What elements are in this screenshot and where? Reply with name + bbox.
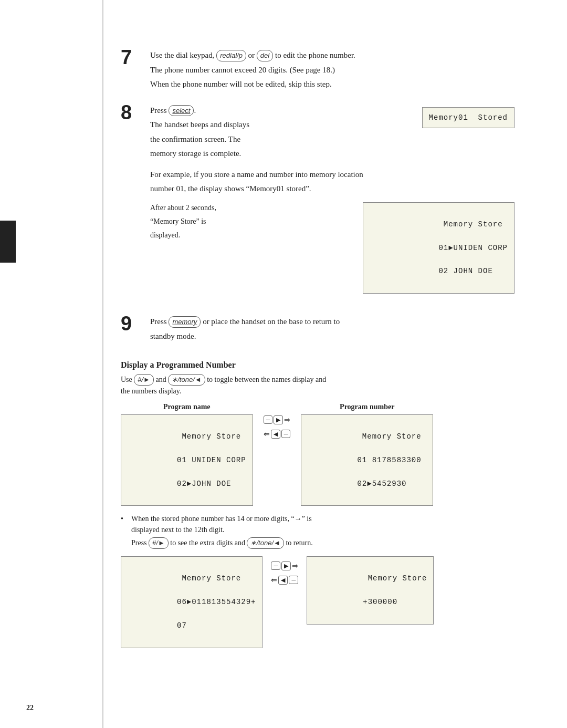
step-9: 9 Press memory or place the handset on t… — [121, 314, 514, 345]
step-7-text3: to edit the phone number. — [275, 51, 355, 59]
program-name-label: Program name — [163, 403, 211, 411]
step-7-line2: The phone number cannot exceed 20 digits… — [150, 64, 514, 76]
extra-number-display: Memory Store +300000 — [307, 556, 434, 625]
hash-forward-key: #/► — [134, 374, 154, 386]
bullet-item-1: When the stored phone number has 14 or m… — [121, 513, 514, 535]
program-number-label: Program number — [340, 403, 394, 411]
page-number: 22 — [26, 704, 34, 712]
intro3: to toggle between the names display and — [207, 376, 326, 383]
tone-key: ∗/tone/◄ — [168, 374, 205, 386]
main-content: 7 Use the dial keypad, redial/p or del t… — [121, 47, 514, 648]
step-8-number: 8 — [121, 102, 141, 122]
b-left-arrow: ⇐ — [271, 576, 277, 585]
num-line1: Memory Store — [357, 432, 421, 441]
after2-text: “Memory Store” is — [150, 216, 352, 227]
page: 7 Use the dial keypad, redial/p or del t… — [0, 0, 567, 728]
section-title: Display a Programmed Number — [121, 360, 514, 370]
bottom-forward-row: ─ ▶ ⇒ — [271, 561, 298, 570]
memory01-stored-display: Memory01 Stored — [422, 107, 514, 128]
back-box: ◀ — [271, 430, 280, 439]
enum-line2: +300000 — [363, 598, 427, 606]
b-back-box: ◀ — [278, 576, 288, 585]
two-seconds-text: After about 2 seconds, “Memory Store” is… — [150, 202, 352, 243]
after1-text: After about 2 seconds, — [150, 202, 352, 213]
left-tab — [0, 221, 16, 263]
step-8-desc3: memory storage is complete. — [150, 148, 412, 160]
bullet1-text: When the stored phone number has 14 or m… — [131, 515, 312, 523]
tone-key-sub: ∗/tone/◄ — [247, 537, 284, 549]
num-line3: 02►5452930 — [357, 480, 421, 488]
step-8-note2: number 01, the display shows “Memory01 s… — [150, 183, 514, 195]
ms-line1: Memory Store — [438, 220, 502, 228]
num-line2: 01 8178583300 — [357, 456, 426, 464]
extra-name-display: Memory Store 06►011813554329+ 07 — [121, 556, 262, 648]
step-9-line: Press memory or place the handset on the… — [150, 316, 514, 328]
pn-line3: 02►JOHN DOE — [177, 480, 241, 488]
step-8-display2: Memory Store Memory Store 01►UNIDEN CORP… — [363, 202, 514, 294]
step-8-press-line: Press select. — [150, 105, 412, 117]
step-7-content: Use the dial keypad, redial/p or del to … — [150, 47, 514, 93]
b-play-box: ▶ — [281, 561, 291, 570]
back-arrow-row: ⇐ ◀ ─ — [264, 430, 291, 439]
b-right-arrow: ⇒ — [292, 561, 298, 570]
left-line — [102, 0, 103, 728]
extra-number-col: Memory Store +300000 — [307, 556, 434, 625]
step-9-content: Press memory or place the handset on the… — [150, 314, 514, 345]
step-7: 7 Use the dial keypad, redial/p or del t… — [121, 47, 514, 93]
ms-line3: 02 JOHN DOE — [438, 267, 498, 275]
en-line2: 06►011813554329+ — [177, 598, 256, 606]
step-9-number: 9 — [121, 314, 141, 334]
left-arrow: ⇐ — [264, 430, 270, 439]
after3-text: displayed. — [150, 230, 352, 241]
bullet-section: When the stored phone number has 14 or m… — [121, 513, 514, 549]
step-8-desc2: the confirmation screen. The — [150, 133, 412, 145]
step-7-line1: Use the dial keypad, redial/p or del to … — [150, 49, 514, 61]
step-8-content: Press select. The handset beeps and disp… — [150, 102, 514, 305]
step-8-text: Press select. The handset beeps and disp… — [150, 105, 412, 162]
step-7-number: 7 — [121, 47, 141, 67]
line-box1: ─ — [264, 415, 273, 424]
intro2: and — [156, 376, 169, 383]
program-number-col: Program number Memory Store 01 817858330… — [301, 403, 433, 506]
play-box: ▶ — [274, 415, 283, 424]
memory-key: memory — [169, 316, 201, 328]
program-comparison: Program name Memory Store 01 UNIDEN CORP… — [121, 403, 514, 506]
sub2-text: to see the extra digits and — [170, 539, 245, 547]
program-number-display: Memory Store 01 8178583300 02►5452930 — [301, 414, 433, 506]
ms-line2: 01►UNIDEN CORP — [438, 244, 508, 252]
sub-note: Press #/► to see the extra digits and ∗/… — [121, 537, 514, 549]
pn-line1: Memory Store — [177, 432, 241, 441]
step-7-text1: Use the dial keypad, — [150, 51, 214, 59]
sub1-text: Press — [131, 539, 147, 547]
section-intro: Use #/► and ∗/tone/◄ to toggle between t… — [121, 374, 514, 397]
en-line3: 07 — [177, 621, 251, 630]
step-8-desc1: The handset beeps and displays — [150, 119, 412, 131]
step-7-text2: or — [248, 51, 257, 59]
redialp-key: redial/p — [216, 50, 246, 61]
step-8-note1: For example, if you store a name and num… — [150, 169, 514, 181]
bottom-arrow-area: ─ ▶ ⇒ ⇐ ◀ ─ — [271, 561, 298, 585]
del-key: del — [257, 50, 273, 61]
step-8-display1: Memory01 Stored — [422, 107, 514, 128]
en-line1: Memory Store — [177, 574, 251, 583]
sub3-text: to return. — [286, 539, 312, 547]
memory-store-box: Memory Store 01►UNIDEN CORP 02 JOHN DOE — [363, 202, 514, 294]
b-line-box2: ─ — [289, 576, 298, 584]
intro1: Use — [121, 376, 132, 383]
step-8-period: . — [194, 106, 196, 115]
pn-line2: 01 UNIDEN CORP — [177, 456, 246, 464]
right-arrow: ⇒ — [284, 415, 290, 424]
arrow-area: ─ ▶ ⇒ ⇐ ◀ ─ — [264, 415, 291, 439]
intro4: the numbers display. — [121, 387, 181, 395]
step-9-text1: Press — [150, 317, 167, 326]
forward-arrow-row: ─ ▶ ⇒ — [264, 415, 291, 424]
two-seconds-layout: After about 2 seconds, “Memory Store” is… — [150, 202, 514, 294]
step-7-line3: When the phone number will not be edited… — [150, 78, 514, 90]
bullet1b-text: displayed next to the 12th digit. — [131, 526, 224, 534]
select-key: select — [169, 105, 194, 117]
program-name-col: Program name Memory Store 01 UNIDEN CORP… — [121, 403, 253, 506]
program-name-display: Memory Store 01 UNIDEN CORP 02►JOHN DOE — [121, 414, 253, 506]
bottom-comparison: Memory Store 06►011813554329+ 07 ─ ▶ ⇒ ⇐… — [121, 556, 514, 648]
step-8-text1: Press — [150, 106, 167, 115]
extra-name-col: Memory Store 06►011813554329+ 07 — [121, 556, 262, 648]
